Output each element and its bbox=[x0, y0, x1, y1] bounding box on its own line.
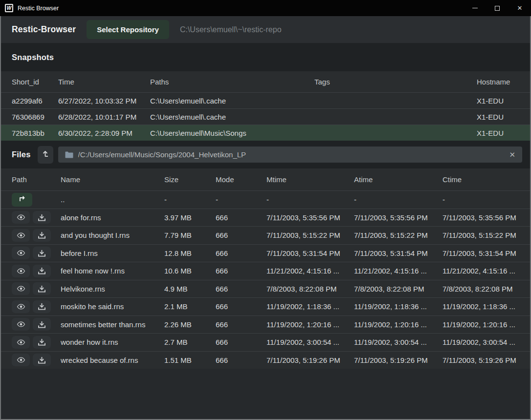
cell-mode: 666 bbox=[216, 213, 266, 222]
minimize-button[interactable] bbox=[464, 0, 486, 16]
col-size: Size bbox=[164, 175, 216, 184]
file-row[interactable]: wonder how it.rns2.7 MB66611/19/2002, 3:… bbox=[1, 333, 530, 351]
file-row[interactable]: Helvikone.rns4.9 MB6667/8/2003, 8:22:08 … bbox=[1, 280, 530, 298]
col-short-id: Short_id bbox=[12, 78, 58, 86]
cell-atime: 11/19/2002, 3:00:54 ... bbox=[354, 338, 442, 346]
cell-ctime: 11/21/2002, 4:15:16 ... bbox=[442, 267, 522, 275]
cell-time: 6/30/2022, 2:28:09 PM bbox=[58, 129, 150, 137]
cell-name: Helvikone.rns bbox=[61, 285, 164, 293]
files-table-header: Path Name Size Mode Mtime Atime Ctime bbox=[1, 168, 530, 190]
download-icon bbox=[38, 285, 45, 293]
view-file-button[interactable] bbox=[12, 265, 30, 277]
cell-atime: 11/21/2002, 4:15:16 ... bbox=[354, 267, 442, 275]
download-file-button[interactable] bbox=[33, 282, 51, 295]
snapshots-table-header: Short_id Time Paths Tags Hostname bbox=[1, 71, 530, 92]
cell-mtime: 11/21/2002, 4:15:16 ... bbox=[266, 267, 354, 275]
window-title: Restic Browser bbox=[18, 5, 59, 12]
cell-paths: C:\Users\emuell\.cache bbox=[150, 113, 314, 121]
cell-ctime: 7/11/2003, 5:31:54 PM bbox=[442, 249, 522, 257]
col-path: Path bbox=[12, 175, 61, 184]
cell-name: moskito he said.rns bbox=[61, 302, 164, 311]
cell-name: .. bbox=[61, 195, 164, 204]
cell-atime: 7/11/2003, 5:15:22 PM bbox=[354, 231, 442, 239]
go-to-root-button[interactable] bbox=[38, 146, 53, 164]
view-file-button[interactable] bbox=[12, 282, 30, 295]
parent-directory-row[interactable]: ..----- bbox=[1, 190, 530, 209]
cell-size: 1.51 MB bbox=[164, 356, 216, 364]
cell-actions bbox=[12, 193, 61, 207]
go-up-button[interactable] bbox=[12, 193, 32, 207]
file-row[interactable]: before I.rns12.8 MB6667/11/2003, 5:31:54… bbox=[1, 244, 530, 262]
cell-ctime: 7/8/2003, 8:22:08 PM bbox=[442, 285, 522, 293]
view-file-button[interactable] bbox=[12, 354, 30, 366]
file-row[interactable]: alone for.rns3.97 MB6667/11/2003, 5:35:5… bbox=[1, 209, 530, 227]
close-button[interactable]: ✕ bbox=[509, 0, 531, 16]
cell-ctime: - bbox=[442, 195, 522, 204]
download-file-button[interactable] bbox=[33, 229, 51, 242]
cell-size: 2.1 MB bbox=[164, 302, 216, 311]
eye-icon bbox=[17, 250, 25, 256]
cell-mode: 666 bbox=[216, 320, 266, 329]
download-file-button[interactable] bbox=[33, 211, 51, 224]
select-repository-button[interactable]: Select Repository bbox=[87, 20, 169, 39]
view-file-button[interactable] bbox=[12, 229, 30, 242]
page-title: Restic-Browser bbox=[12, 24, 76, 35]
view-file-button[interactable] bbox=[12, 318, 30, 331]
download-file-button[interactable] bbox=[33, 300, 51, 313]
cell-atime: 7/11/2003, 5:35:56 PM bbox=[354, 213, 442, 222]
cell-short-id: 76306869 bbox=[12, 113, 58, 121]
snapshot-row[interactable]: 763068696/28/2022, 10:01:17 PMC:\Users\e… bbox=[1, 108, 530, 125]
cell-size: - bbox=[164, 195, 216, 204]
cell-mtime: 7/11/2003, 5:35:56 PM bbox=[266, 213, 354, 222]
file-row[interactable]: sometimes better than.rns2.26 MB66611/19… bbox=[1, 315, 530, 334]
cell-time: 6/28/2022, 10:01:17 PM bbox=[58, 113, 150, 121]
cell-atime: 7/11/2003, 5:31:54 PM bbox=[354, 249, 442, 257]
file-row[interactable]: feel home now !.rns10.6 MB66611/21/2002,… bbox=[1, 262, 530, 280]
cell-actions bbox=[12, 336, 61, 349]
cell-paths: C:\Users\emuell\.cache bbox=[150, 97, 314, 105]
cell-name: wonder how it.rns bbox=[61, 338, 164, 346]
cell-ctime: 11/19/2002, 3:00:54 ... bbox=[442, 338, 522, 346]
cell-size: 7.79 MB bbox=[164, 231, 216, 239]
snapshot-row[interactable]: 72b813bb6/30/2022, 2:28:09 PMC:\Users\em… bbox=[1, 125, 530, 141]
download-file-button[interactable] bbox=[33, 336, 51, 349]
cell-size: 3.97 MB bbox=[164, 213, 216, 222]
view-file-button[interactable] bbox=[12, 211, 30, 224]
cell-mtime: 7/11/2003, 5:15:22 PM bbox=[266, 231, 354, 239]
download-file-button[interactable] bbox=[33, 247, 51, 259]
col-tags: Tags bbox=[314, 78, 477, 86]
download-icon bbox=[38, 303, 45, 310]
view-file-button[interactable] bbox=[12, 300, 30, 313]
cell-size: 12.8 MB bbox=[164, 249, 216, 257]
download-icon bbox=[38, 267, 45, 274]
file-row[interactable]: and you thought I.rns7.79 MB6667/11/2003… bbox=[1, 226, 530, 244]
files-table: ..-----alone for.rns3.97 MB6667/11/2003,… bbox=[1, 190, 530, 369]
snapshots-section-header: Snapshots bbox=[1, 43, 530, 71]
cell-atime: 7/8/2003, 8:22:08 PM bbox=[354, 285, 442, 293]
cell-mode: 666 bbox=[216, 249, 266, 257]
col-name: Name bbox=[61, 175, 164, 184]
view-file-button[interactable] bbox=[12, 247, 30, 259]
file-path-bar[interactable]: /C:/Users/emuell/Music/Songs/2004_Helvet… bbox=[58, 147, 522, 163]
view-file-button[interactable] bbox=[12, 336, 30, 349]
minimize-icon bbox=[472, 8, 478, 8]
cell-size: 4.9 MB bbox=[164, 285, 216, 293]
cell-short-id: a2299af6 bbox=[12, 97, 58, 105]
cell-actions bbox=[12, 229, 61, 242]
eye-icon bbox=[17, 268, 25, 274]
clear-path-icon[interactable]: ✕ bbox=[509, 151, 515, 158]
cell-short-id: 72b813bb bbox=[12, 129, 58, 137]
download-file-button[interactable] bbox=[33, 265, 51, 277]
file-row[interactable]: wrecked because of.rns1.51 MB6667/11/200… bbox=[1, 351, 530, 369]
cell-actions bbox=[12, 354, 61, 366]
cell-mode: 666 bbox=[216, 285, 266, 293]
download-file-button[interactable] bbox=[33, 318, 51, 331]
snapshot-row[interactable]: a2299af66/27/2022, 10:03:32 PMC:\Users\e… bbox=[1, 92, 530, 108]
file-row[interactable]: moskito he said.rns2.1 MB66611/19/2002, … bbox=[1, 297, 530, 315]
snapshots-title: Snapshots bbox=[12, 53, 54, 62]
snapshots-table: a2299af66/27/2022, 10:03:32 PMC:\Users\e… bbox=[1, 92, 530, 141]
cell-mode: 666 bbox=[216, 302, 266, 311]
download-file-button[interactable] bbox=[33, 354, 51, 366]
empty-area bbox=[1, 369, 530, 419]
maximize-button[interactable] bbox=[486, 0, 509, 16]
